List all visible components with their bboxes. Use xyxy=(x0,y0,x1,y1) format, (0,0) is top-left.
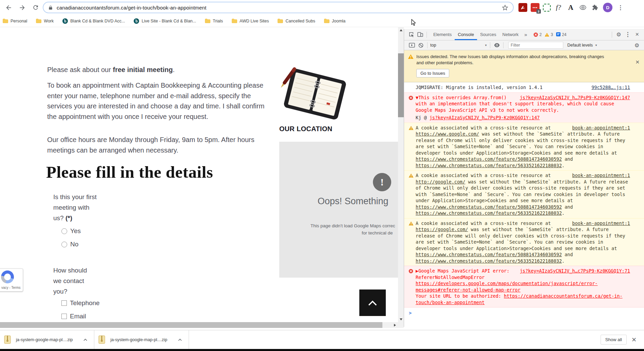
download-items: ja-system-google-map-pl....zipja-system-… xyxy=(0,330,189,349)
warning-count[interactable]: 3 xyxy=(551,32,553,37)
message-source-link[interactable]: js?key=AIzaSyCNIJV_h…7PsP9-Kz0KGGQ1Y:147 xyxy=(520,94,630,101)
clear-console-icon[interactable] xyxy=(416,41,425,49)
first-meeting-options: YesNo xyxy=(61,227,81,248)
devtools-tab-console[interactable]: Console xyxy=(455,29,477,40)
radio-option-yes[interactable]: Yes xyxy=(61,227,81,235)
error-count[interactable]: 2 xyxy=(539,32,542,37)
message-source-link[interactable]: book-an-appointment:1 xyxy=(572,125,630,131)
checkbox-option-email[interactable]: Email xyxy=(61,313,100,320)
message-link[interactable]: https://www.chromestatus.com/feature/508… xyxy=(416,156,562,162)
message-link[interactable]: https://google.com/ xyxy=(416,227,468,232)
context-selector[interactable]: top▼ xyxy=(430,43,487,48)
message-link[interactable]: https://www.chromestatus.com/feature/563… xyxy=(416,210,562,216)
divider xyxy=(503,42,504,48)
zip-file-icon xyxy=(98,335,105,344)
console-sidebar-toggle-icon[interactable] xyxy=(408,41,416,49)
warning-count-icon[interactable] xyxy=(545,33,549,37)
back-button[interactable] xyxy=(3,2,14,13)
password-manager-extension-icon[interactable]: •••3 xyxy=(531,3,539,12)
vertical-scrollbar-thumb[interactable] xyxy=(398,53,404,117)
browser-menu-icon[interactable]: ⋮ xyxy=(616,4,625,11)
message-link[interactable]: http://google.com/ xyxy=(416,179,465,185)
bookmark-item[interactable]: Personal xyxy=(3,19,27,23)
checkbox-option-telephone[interactable]: Telephone xyxy=(61,299,100,307)
font-finder-extension-icon[interactable]: f? xyxy=(554,3,563,12)
go-to-issues-button[interactable]: Go to Issues xyxy=(416,69,449,77)
console-settings-gear-icon[interactable]: ⚙ xyxy=(633,42,641,49)
download-item[interactable]: ja-system-google-map-pl....zip xyxy=(0,330,94,349)
message-source-link[interactable]: book-an-appointment:1 xyxy=(572,172,630,179)
bookmark-item[interactable]: Joomla xyxy=(324,19,345,23)
eye-extension-icon[interactable] xyxy=(579,3,587,12)
issues-count[interactable]: 24 xyxy=(562,32,566,37)
devtools-tab-elements[interactable]: Elements xyxy=(430,29,455,40)
page-vertical-scrollbar[interactable] xyxy=(398,27,404,322)
console-prompt[interactable]: > xyxy=(404,308,644,316)
bookmark-item[interactable]: Work xyxy=(36,19,54,23)
live-expression-eye-icon[interactable] xyxy=(492,41,501,49)
radio-option-no[interactable]: No xyxy=(61,241,81,248)
issues-count-icon[interactable] xyxy=(556,32,561,37)
scrollbar-up-arrow[interactable] xyxy=(398,27,404,33)
bookmark-item[interactable]: Cancelled Subs xyxy=(278,19,315,23)
address-bar[interactable]: canadianaccountantsforum.ca/get-in-touch… xyxy=(43,2,514,13)
devtools-menu-icon[interactable]: ⋮ xyxy=(623,31,632,38)
devtools-close-icon[interactable]: × xyxy=(633,31,641,38)
scrollbar-down-arrow[interactable] xyxy=(398,316,404,322)
profile-avatar[interactable]: D xyxy=(603,3,612,12)
page-horizontal-scrollbar[interactable] xyxy=(0,322,404,328)
log-levels-dropdown[interactable]: Default levels▼ xyxy=(567,43,598,48)
checkbox[interactable] xyxy=(61,300,67,306)
reload-button[interactable] xyxy=(31,2,41,13)
scrollbar-right-arrow[interactable] xyxy=(392,322,398,328)
download-filename: ja-system-google-map-pl....zip xyxy=(110,337,167,342)
error-count-icon[interactable] xyxy=(533,32,538,37)
console-filter-input[interactable] xyxy=(508,42,563,49)
message-link[interactable]: https://www.google.com/ xyxy=(416,131,479,137)
scroll-to-top-button[interactable] xyxy=(359,289,386,316)
radio-button[interactable] xyxy=(61,242,67,247)
more-tabs-icon[interactable]: » xyxy=(522,32,530,37)
recaptcha-caption[interactable]: vacy - Terms xyxy=(1,286,21,289)
forward-button[interactable] xyxy=(17,2,27,13)
checkbox[interactable] xyxy=(61,314,67,319)
extensions-puzzle-icon[interactable] xyxy=(591,3,600,12)
message-source-link[interactable]: 99c5288….js:11 xyxy=(591,84,630,91)
adobe-acrobat-extension-icon[interactable] xyxy=(518,3,527,12)
download-item[interactable]: ja-system-google-map-pl....zip xyxy=(94,330,189,349)
devtools-settings-gear-icon[interactable]: ⚙ xyxy=(615,31,622,38)
message-link[interactable]: https://www.chromestatus.com/feature/508… xyxy=(416,204,562,210)
site-favicon-icon: b xyxy=(134,18,139,24)
bookmarks-bar: PersonalWorkbBlank Cd & Blank DVD Acc...… xyxy=(0,15,644,27)
inspect-element-icon[interactable] xyxy=(407,31,416,39)
message-source-link[interactable]: book-an-appointment:1 xyxy=(572,220,630,227)
show-all-downloads-button[interactable]: Show all xyxy=(601,335,627,345)
horizontal-scrollbar-thumb[interactable] xyxy=(0,322,382,328)
extension-count-badge: 3 xyxy=(536,9,541,14)
device-toolbar-icon[interactable] xyxy=(416,31,424,39)
message-source-link[interactable]: js?key=AIzaSyCNIJV_h…c7PsP9-Kz0KGGQ1Y:71 xyxy=(520,268,630,274)
recaptcha-badge[interactable]: vacy - Terms xyxy=(0,268,23,292)
font-a-extension-icon[interactable]: A xyxy=(566,3,575,12)
screen-capture-extension-icon[interactable] xyxy=(543,4,551,12)
stack-source-link[interactable]: js?key=AIzaSyCNIJV_h…7PsP9-Kz0KGGQ1Y:147 xyxy=(430,115,540,120)
message-link[interactable]: https://www.chromestatus.com/feature/563… xyxy=(416,258,562,264)
folder-icon xyxy=(232,19,237,23)
bookmark-item[interactable]: AWD Live Sites xyxy=(232,19,269,23)
console-message-warning: book-an-appointment:1A cookie associated… xyxy=(404,170,644,218)
downloads-bar-close-icon[interactable]: ✕ xyxy=(631,336,637,344)
bookmark-star-icon[interactable] xyxy=(502,4,508,11)
download-menu-chevron-icon[interactable] xyxy=(81,337,89,343)
message-link[interactable]: https://www.chromestatus.com/feature/563… xyxy=(416,163,562,168)
bookmark-item[interactable]: bLive Site - Blank Cd & Blan... xyxy=(134,18,196,24)
bookmark-item[interactable]: bBlank Cd & Blank DVD Acc... xyxy=(62,18,125,24)
banner-close-icon[interactable]: ✕ xyxy=(635,59,640,65)
radio-button[interactable] xyxy=(61,228,67,234)
url-text[interactable]: canadianaccountantsforum.ca/get-in-touch… xyxy=(57,5,206,11)
download-menu-chevron-icon[interactable] xyxy=(176,337,184,343)
bookmark-item[interactable]: Trials xyxy=(205,19,223,23)
message-link[interactable]: https://developers.google.com/maps/docum… xyxy=(416,281,598,293)
message-link[interactable]: https://www.chromestatus.com/feature/508… xyxy=(416,252,562,257)
devtools-tab-sources[interactable]: Sources xyxy=(477,29,499,40)
devtools-tab-network[interactable]: Network xyxy=(499,29,522,40)
